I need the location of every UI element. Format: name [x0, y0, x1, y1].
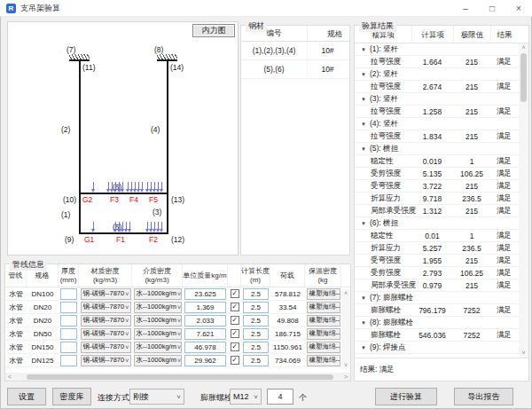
tree-collapse-icon[interactable]: ▼ [361, 47, 366, 52]
scroll-up-icon[interactable]: ˄ [341, 289, 350, 297]
results-group-row[interactable]: ▼(9): 焊接点 [355, 342, 519, 354]
medium-density-select[interactable]: 水--1000kg/m˅ [134, 342, 182, 353]
steel-table-row[interactable]: (1),(2),(3),(4)10# [241, 42, 349, 60]
results-group-row[interactable]: ▼(2): 竖杆 [355, 68, 519, 81]
results-group-row[interactable]: ▼(1): 竖杆 [355, 43, 519, 56]
density-library-button[interactable]: 密度库 [52, 388, 91, 405]
check-item-name: 局部承受强度 [355, 280, 411, 291]
unit-mass-checkbox[interactable]: ✓ [231, 329, 239, 338]
results-group-row[interactable]: ▼(6): 横担 [355, 217, 519, 230]
material-density-select[interactable]: 钢-碳钢--7870˅ [81, 342, 131, 353]
bolt-count-input[interactable]: 4 [267, 389, 293, 405]
minimize-button[interactable]: – [452, 0, 479, 16]
diagram-label: F2 [149, 235, 158, 244]
results-item-row: 膨胀螺栓796.1797252满足 [355, 304, 519, 317]
scroll-down-icon[interactable]: ˅ [341, 361, 350, 369]
calculated-value: 2.674 [411, 83, 453, 91]
insulation-density-select[interactable]: 橡塑海绵--2˅ [307, 342, 340, 353]
pipes-horizontal-scrollbar[interactable]: < > [5, 373, 350, 381]
tree-collapse-icon[interactable]: ▼ [361, 295, 366, 301]
calc-length-input[interactable]: 2.5 [243, 315, 269, 326]
insulation-density-select[interactable]: 橡塑海绵--˅ [307, 315, 340, 326]
results-group-row[interactable]: ▼(3): 竖杆 [355, 93, 519, 106]
export-report-button[interactable]: 导出报告 [454, 388, 513, 405]
connection-method-select[interactable]: 刚接 ˅ [129, 389, 184, 405]
unit-mass-input[interactable]: 1.369 [184, 302, 226, 313]
calc-length-input[interactable]: 2.5 [243, 328, 269, 340]
scroll-up-icon[interactable]: ˄ [519, 43, 528, 52]
unit-mass-checkbox[interactable]: ✓ [231, 316, 239, 325]
steel-number-cell: (1),(2),(3),(4) [241, 46, 307, 55]
unit-mass-checkbox[interactable]: ✓ [231, 303, 239, 311]
scrollbar-thumb[interactable] [520, 53, 527, 102]
calc-length-input[interactable]: 2.5 [243, 288, 269, 300]
result-status: 满足 [490, 243, 518, 254]
scroll-down-icon[interactable]: ˅ [519, 349, 528, 358]
tree-collapse-icon[interactable]: ▼ [361, 146, 366, 152]
thickness-input[interactable] [60, 315, 77, 326]
load-arrow-icon [128, 222, 132, 232]
limit-value: 106.25 [453, 269, 490, 278]
scrollbar-thumb[interactable] [27, 374, 333, 380]
calc-length-input[interactable]: 2.5 [243, 302, 269, 313]
result-status: 满足 [490, 330, 518, 341]
scroll-right-icon[interactable]: > [341, 374, 350, 380]
unit-mass-checkbox[interactable]: ✓ [231, 342, 239, 351]
tree-collapse-icon[interactable]: ▼ [361, 72, 366, 77]
tree-collapse-icon[interactable]: ▼ [361, 221, 366, 226]
result-status: 满足 [490, 131, 518, 142]
steel-table-row[interactable]: (5),(6)10# [241, 60, 349, 79]
close-button[interactable]: × [505, 0, 532, 16]
tree-collapse-icon[interactable]: ▼ [361, 97, 366, 102]
insulation-density-select[interactable]: 橡塑海绵--2˅ [307, 355, 340, 366]
unit-mass-input[interactable]: 29.962 [184, 355, 226, 366]
results-item-row: 局部承受强度0.979215满足 [355, 279, 519, 292]
result-status: 满足 [490, 181, 518, 192]
tree-collapse-icon[interactable]: ▼ [361, 122, 366, 127]
material-density-select[interactable]: 钢-碳钢--7870˅ [81, 355, 131, 366]
medium-density-select[interactable]: 水--1000kg/m˅ [134, 315, 182, 326]
unit-mass-checkbox[interactable]: ✓ [231, 356, 239, 365]
insulation-density-select[interactable]: 橡塑海绵--2˅ [307, 288, 340, 300]
results-group-row[interactable]: ▼(8): 膨胀螺栓 [355, 317, 519, 329]
run-check-button[interactable]: 进行验算 [375, 388, 437, 405]
results-group-row[interactable]: ▼(7): 膨胀螺栓 [355, 292, 519, 304]
thickness-input[interactable] [60, 342, 77, 353]
bolt-size-select[interactable]: M12 ˅ [230, 389, 262, 405]
results-group-row[interactable]: ▼(5): 横担 [355, 143, 519, 155]
calc-length-input[interactable]: 2.5 [243, 355, 269, 366]
thickness-input[interactable] [60, 288, 77, 300]
maximize-button[interactable]: □ [479, 0, 505, 16]
tree-collapse-icon[interactable]: ▼ [361, 320, 366, 326]
title-bar: R 支吊架验算 – □ × [0, 0, 532, 17]
material-density-select[interactable]: 钢-碳钢--7870˅ [81, 288, 131, 300]
results-scrollbar[interactable]: ˄ ˅ [519, 43, 528, 358]
calc-length-input[interactable]: 2.5 [243, 342, 269, 353]
material-density-select[interactable]: 钢-碳钢--7870˅ [81, 315, 131, 326]
unit-mass-input[interactable]: 7.621 [184, 328, 226, 340]
unit-mass-input[interactable]: 2.033 [184, 315, 226, 326]
settings-button[interactable]: 设置 [7, 388, 46, 405]
internal-force-diagram-button[interactable]: 内力图 [192, 24, 235, 37]
insulation-density-select[interactable]: 橡塑海绵--2˅ [307, 302, 340, 313]
insulation-density-select[interactable]: 橡塑海绵--2˅ [307, 328, 340, 340]
thickness-input[interactable] [60, 328, 77, 340]
medium-density-select[interactable]: 水--1000kg/m˅ [134, 355, 182, 366]
medium-density-select[interactable]: 水--1000kg/m˅ [134, 288, 182, 300]
material-density-select[interactable]: 钢-碳钢--7870˅ [81, 302, 131, 313]
thickness-input[interactable] [60, 302, 77, 313]
tree-collapse-icon[interactable]: ▼ [361, 345, 366, 350]
check-item-name: 膨胀螺栓 [355, 305, 411, 316]
pipes-vertical-scrollbar[interactable]: ˄ ˅ [341, 289, 350, 369]
material-density-select[interactable]: 钢-碳钢--7870˅ [81, 328, 131, 340]
unit-mass-input[interactable]: 23.625 [184, 288, 226, 300]
unit-mass-checkbox[interactable]: ✓ [231, 289, 239, 298]
load-arrow-icon [91, 182, 96, 193]
thickness-input[interactable] [60, 355, 77, 366]
results-item-row: 局部承受强度1.312215满足 [355, 205, 519, 217]
medium-density-select[interactable]: 水--1000kg/m˅ [134, 302, 182, 313]
unit-mass-input[interactable]: 46.978 [184, 342, 226, 353]
results-group-row[interactable]: ▼(4): 竖杆 [355, 118, 519, 130]
medium-density-select[interactable]: 水--1000kg/m˅ [134, 328, 182, 340]
scroll-left-icon[interactable]: < [5, 374, 14, 380]
